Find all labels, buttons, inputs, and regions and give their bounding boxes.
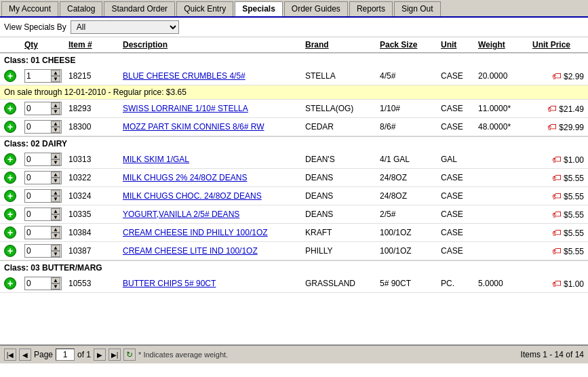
- add-button[interactable]: +: [4, 226, 16, 239]
- add-button[interactable]: +: [4, 245, 16, 257]
- spinner: ▲ ▼: [51, 208, 60, 220]
- add-button[interactable]: +: [4, 172, 16, 184]
- item-brand: STELLA(OG): [304, 103, 378, 114]
- qty-input[interactable]: [25, 121, 51, 132]
- qty-up-button[interactable]: ▲: [51, 190, 60, 196]
- class-header: Class: 02 DAIRY: [0, 136, 588, 151]
- item-unit: CASE: [439, 191, 477, 201]
- qty-wrapper: ▲ ▼: [24, 69, 62, 83]
- spinner: ▲ ▼: [51, 102, 60, 115]
- qty-up-button[interactable]: ▲: [51, 70, 60, 76]
- qty-input[interactable]: [25, 278, 51, 289]
- qty-input[interactable]: [25, 227, 51, 238]
- item-number: 10553: [67, 278, 121, 289]
- th-weight[interactable]: Weight: [477, 39, 531, 51]
- table-row: + ▲ ▼ 10387CREAM CHEESE LITE IND 100/1OZ…: [0, 242, 588, 260]
- qty-down-button[interactable]: ▼: [51, 214, 60, 220]
- qty-down-button[interactable]: ▼: [51, 196, 60, 202]
- qty-down-button[interactable]: ▼: [51, 159, 60, 165]
- qty-down-button[interactable]: ▼: [51, 251, 60, 257]
- tab-specials[interactable]: Specials: [235, 1, 283, 16]
- page-label: Page: [34, 350, 53, 359]
- last-page-button[interactable]: ▶|: [109, 349, 121, 361]
- th-pack-size[interactable]: Pack Size: [378, 39, 439, 51]
- item-price: 🏷 $1.00: [531, 153, 585, 165]
- qty-up-button[interactable]: ▲: [51, 208, 60, 214]
- qty-down-button[interactable]: ▼: [51, 233, 60, 239]
- table-row: + ▲ ▼ 10553BUTTER CHIPS 5# 90CTGRASSLAND…: [0, 275, 588, 293]
- table-row: + ▲ ▼ 10324MILK CHUGS CHOC. 24/8OZ DEANS…: [0, 187, 588, 205]
- item-pack-size: 24/8OZ: [378, 172, 439, 183]
- add-button[interactable]: +: [4, 121, 16, 133]
- th-unit[interactable]: Unit: [439, 39, 477, 51]
- qty-down-button[interactable]: ▼: [51, 178, 60, 184]
- item-weight: [477, 195, 531, 197]
- price-tag-icon: 🏷: [547, 103, 557, 114]
- qty-up-button[interactable]: ▲: [51, 121, 60, 127]
- item-description-link[interactable]: CREAM CHEESE LITE IND 100/1OZ: [121, 245, 304, 256]
- qty-input[interactable]: [25, 103, 51, 114]
- add-button[interactable]: +: [4, 70, 16, 82]
- qty-up-button[interactable]: ▲: [51, 245, 60, 251]
- qty-up-button[interactable]: ▲: [51, 226, 60, 233]
- next-page-button[interactable]: ▶: [94, 349, 106, 361]
- add-button[interactable]: +: [4, 208, 16, 220]
- prev-page-button[interactable]: ◀: [19, 349, 31, 361]
- qty-down-button[interactable]: ▼: [51, 283, 60, 290]
- tab-standard-order[interactable]: Standard Order: [104, 1, 175, 16]
- qty-input[interactable]: [25, 209, 51, 220]
- spinner: ▲ ▼: [51, 245, 60, 257]
- add-button[interactable]: +: [4, 153, 16, 165]
- item-weight: [477, 214, 531, 215]
- item-unit: PC.: [439, 278, 477, 289]
- qty-up-button[interactable]: ▲: [51, 102, 60, 108]
- price-tag-icon: 🏷: [552, 227, 562, 238]
- item-description-link[interactable]: MILK SKIM 1/GAL: [121, 154, 304, 165]
- qty-input[interactable]: [25, 245, 51, 256]
- item-unit: GAL: [439, 154, 477, 165]
- item-description-link[interactable]: BLUE CHEESE CRUMBLES 4/5#: [121, 71, 304, 81]
- qty-input[interactable]: [25, 191, 51, 201]
- add-button[interactable]: +: [4, 277, 16, 290]
- th-brand[interactable]: Brand: [304, 39, 378, 51]
- qty-wrapper: ▲ ▼: [24, 226, 62, 239]
- spinner: ▲ ▼: [51, 277, 60, 290]
- item-description-link[interactable]: MILK CHUGS CHOC. 24/8OZ DEANS: [121, 191, 304, 201]
- qty-down-button[interactable]: ▼: [51, 76, 60, 82]
- add-button[interactable]: +: [4, 102, 16, 115]
- item-price: 🏷 $5.55: [531, 172, 585, 184]
- th-item[interactable]: Item #: [67, 39, 121, 51]
- tab-my-account[interactable]: My Account: [1, 1, 58, 16]
- price-tag-icon: 🏷: [552, 209, 562, 220]
- qty-down-button[interactable]: ▼: [51, 127, 60, 133]
- class-header: Class: 03 BUTTER/MARG: [0, 260, 588, 275]
- qty-input[interactable]: [25, 172, 51, 183]
- qty-up-button[interactable]: ▲: [51, 153, 60, 159]
- qty-input[interactable]: [25, 154, 51, 165]
- tab-quick-entry[interactable]: Quick Entry: [176, 1, 233, 16]
- th-description[interactable]: Description: [121, 39, 304, 51]
- add-button[interactable]: +: [4, 190, 16, 202]
- item-pack-size: 1/10#: [378, 103, 439, 114]
- tab-catalog[interactable]: Catalog: [60, 1, 102, 16]
- first-page-button[interactable]: |◀: [4, 349, 16, 361]
- view-specials-select[interactable]: All: [71, 20, 179, 34]
- qty-input[interactable]: [25, 71, 51, 81]
- qty-down-button[interactable]: ▼: [51, 108, 60, 115]
- tab-reports[interactable]: Reports: [349, 1, 393, 16]
- tab-order-guides[interactable]: Order Guides: [284, 1, 348, 16]
- price-tag-icon: 🏷: [552, 154, 562, 165]
- page-input[interactable]: [56, 349, 75, 361]
- item-description-link[interactable]: BUTTER CHIPS 5# 90CT: [121, 278, 304, 289]
- tab-sign-out[interactable]: Sign Out: [394, 1, 441, 16]
- item-description-link[interactable]: MILK CHUGS 2% 24/8OZ DEANS: [121, 172, 304, 183]
- item-weight: 5.0000: [477, 278, 531, 289]
- item-description-link[interactable]: MOZZ PART SKIM CONNIES 8/6# RW: [121, 121, 304, 132]
- refresh-button[interactable]: ↻: [123, 349, 136, 361]
- item-description-link[interactable]: CREAM CHEESE IND PHILLY 100/1OZ: [121, 227, 304, 238]
- th-unit-price[interactable]: Unit Price: [531, 39, 585, 51]
- qty-up-button[interactable]: ▲: [51, 172, 60, 178]
- item-description-link[interactable]: YOGURT,VANILLA 2/5# DEANS: [121, 209, 304, 220]
- qty-up-button[interactable]: ▲: [51, 277, 60, 283]
- item-description-link[interactable]: SWISS LORRAINE 1/10# STELLA: [121, 103, 304, 114]
